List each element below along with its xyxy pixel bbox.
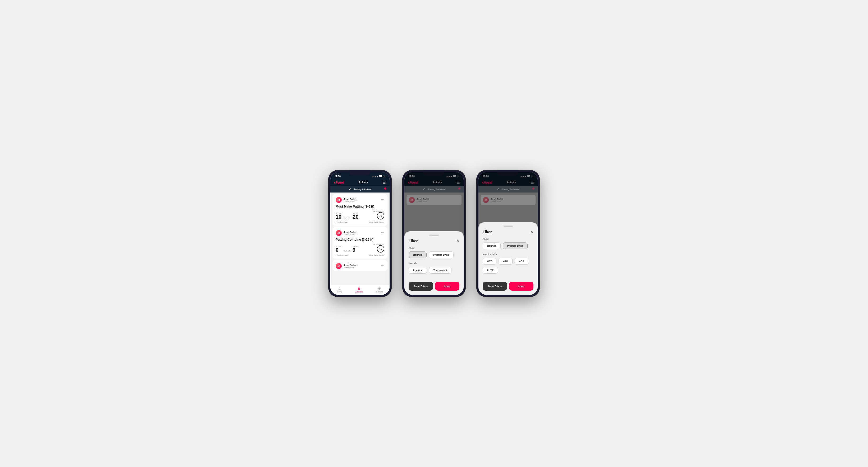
capture-label-1: Capture <box>376 291 383 293</box>
activities-label-1: Activities <box>355 291 363 293</box>
score-value-1: 10 <box>336 214 341 219</box>
viewing-label-1: Viewing Activities <box>353 188 371 191</box>
modal-header-3: Filter ✕ <box>483 230 533 234</box>
menu-icon-1[interactable]: ☰ <box>382 180 386 184</box>
card-header-1: JC Josh Coles 28 Feb 2023 ••• <box>336 197 384 203</box>
card-footer-2: ℹ Test Information Data: Clippd Capture <box>336 254 384 256</box>
rounds-btn-3[interactable]: Rounds <box>483 243 501 249</box>
data-source-2: Data: Clippd Capture <box>369 254 384 256</box>
tab-activities-1[interactable]: ♟ Activities <box>355 286 363 293</box>
filter-modal-2: Filter ✕ Show Rounds Practice Drills Rou… <box>404 231 464 295</box>
clear-filters-btn-3[interactable]: Clear Filters <box>483 282 507 291</box>
avatar-3: JC <box>336 263 342 269</box>
modal-footer-2: Clear Filters Apply <box>409 282 459 291</box>
notch <box>349 170 371 175</box>
nav-title-1: Activity <box>359 181 368 184</box>
tournament-btn-2[interactable]: Tournament <box>429 267 452 274</box>
practice-round-btn-2[interactable]: Practice <box>409 267 427 274</box>
time-1: 11:33 <box>335 175 341 178</box>
user-info-2: JC Josh Coles 28 Feb 2023 <box>336 230 356 236</box>
user-name-1: Josh Coles <box>344 198 356 200</box>
clear-filters-btn-2[interactable]: Clear Filters <box>409 282 433 291</box>
user-date-1: 28 Feb 2023 <box>344 200 356 202</box>
battery-1: 51 <box>383 175 385 178</box>
logo-1: clippd <box>334 180 344 184</box>
close-button-2[interactable]: ✕ <box>456 239 459 243</box>
activity-card-3[interactable]: JC Josh Coles 28 Feb 2023 ••• <box>333 260 388 271</box>
user-name-3: Josh Coles <box>344 264 356 267</box>
activity-title-2: Putting Combine (3-15 ft) <box>336 238 384 242</box>
more-menu-2[interactable]: ••• <box>381 231 384 235</box>
tab-capture-1[interactable]: ⊕ Capture <box>376 286 383 293</box>
user-info-3: JC Josh Coles 28 Feb 2023 <box>336 263 356 269</box>
user-name-2: Josh Coles <box>344 231 356 234</box>
tab-home-1[interactable]: ⌂ Home <box>337 286 342 293</box>
sq-label-2: Shot Quality <box>373 244 384 245</box>
bottom-tabs-1: ⌂ Home ♟ Activities ⊕ Capture <box>330 284 390 295</box>
apply-btn-3[interactable]: Apply <box>509 282 533 291</box>
shot-quality-badge-2: 45 <box>377 245 384 253</box>
score-value-2: 0 <box>336 247 341 253</box>
avatar-1: JC <box>336 197 342 203</box>
rounds-label-2: Rounds <box>409 262 459 265</box>
signal-icon: ▲▲▲ <box>372 175 378 178</box>
card-footer-1: ℹ Test Information Data: Clippd Capture <box>336 221 384 223</box>
notification-dot-1 <box>384 187 386 190</box>
card-header-2: JC Josh Coles 28 Feb 2023 ••• <box>336 230 384 236</box>
arg-btn-3[interactable]: ARG <box>515 258 529 265</box>
activity-card-1[interactable]: JC Josh Coles 28 Feb 2023 ••• Must Make … <box>333 194 388 225</box>
putt-btn-3[interactable]: PUTT <box>483 267 498 274</box>
more-menu-3[interactable]: ••• <box>381 264 384 268</box>
out-of-1: OUT OF <box>344 217 350 219</box>
sq-label-1: Shot Quality <box>373 211 384 212</box>
practice-drills-btn-3[interactable]: Practice Drills <box>503 243 528 249</box>
modal-title-2: Filter <box>409 239 417 243</box>
data-source-1: Data: Clippd Capture <box>369 221 384 223</box>
user-date-3: 28 Feb 2023 <box>344 267 356 269</box>
apply-btn-2[interactable]: Apply <box>435 282 459 291</box>
app-btn-3[interactable]: APP <box>499 258 513 265</box>
filter-overlay-3: Filter ✕ Show Rounds Practice Drills Pra… <box>478 172 538 295</box>
modal-title-3: Filter <box>483 230 492 234</box>
info-icon-1: ℹ <box>336 221 336 223</box>
nav-bar-1: clippd Activity ☰ <box>330 179 390 186</box>
user-date-2: 28 Feb 2023 <box>344 234 356 235</box>
filter-overlay-2: Filter ✕ Show Rounds Practice Drills Rou… <box>404 172 464 295</box>
ott-btn-3[interactable]: OTT <box>483 258 496 265</box>
stats-row-2: Score 0 OUT OF Shots 9 Shot Quality 45 <box>336 244 384 253</box>
show-label-3: Show <box>483 238 533 240</box>
modal-footer-3: Clear Filters Apply <box>483 282 533 291</box>
phone-screen-1: 11:33 ▲▲▲ ⌨ 51 clippd Activity ☰ ⚙ Viewi… <box>328 170 392 297</box>
phone-screen-2: 11:33 ▲▲▲ ⌨ 51 clippd Activity ☰ ⚙ Viewi… <box>402 170 466 297</box>
filter-icon-1: ⚙ <box>349 188 351 191</box>
home-icon-1: ⌂ <box>339 286 341 290</box>
card-header-3: JC Josh Coles 28 Feb 2023 ••• <box>336 263 384 269</box>
activity-card-2[interactable]: JC Josh Coles 28 Feb 2023 ••• Putting Co… <box>333 227 388 259</box>
user-info-1: JC Josh Coles 28 Feb 2023 <box>336 197 356 203</box>
phone-screen-3: 11:33 ▲▲▲ ⌨ 51 clippd Activity ☰ ⚙ Viewi… <box>476 170 540 297</box>
drill-filter-buttons-3: OTT APP ARG PUTT <box>483 258 533 274</box>
avatar-2: JC <box>336 230 342 236</box>
modal-handle-3 <box>503 225 513 227</box>
shot-quality-badge-1: 75 <box>377 212 384 219</box>
viewing-bar-1[interactable]: ⚙ Viewing Activities <box>330 186 390 192</box>
shots-value-1: 20 <box>353 214 359 219</box>
practice-drills-label-3: Practice Drills <box>483 253 533 256</box>
capture-icon-1: ⊕ <box>378 286 381 290</box>
more-menu-1[interactable]: ••• <box>381 198 384 202</box>
close-button-3[interactable]: ✕ <box>530 230 533 234</box>
test-info-1: ℹ Test Information <box>336 221 348 223</box>
wifi-icon: ⌨ <box>379 175 382 178</box>
activity-list-1: JC Josh Coles 28 Feb 2023 ••• Must Make … <box>330 192 390 284</box>
modal-handle-2 <box>429 235 439 236</box>
rounds-btn-2[interactable]: Rounds <box>409 251 427 258</box>
practice-drills-btn-2[interactable]: Practice Drills <box>429 251 454 258</box>
info-icon-2: ℹ <box>336 254 336 256</box>
show-filter-buttons-3: Rounds Practice Drills <box>483 243 533 249</box>
show-label-2: Show <box>409 247 459 249</box>
stats-row-1: Score 10 OUT OF Shots 20 Shot Quality 75 <box>336 211 384 219</box>
rounds-filter-buttons-2: Practice Tournament <box>409 267 459 274</box>
show-filter-buttons-2: Rounds Practice Drills <box>409 251 459 258</box>
activity-title-1: Must Make Putting (3-6 ft) <box>336 205 384 208</box>
shots-value-2: 9 <box>352 247 358 253</box>
